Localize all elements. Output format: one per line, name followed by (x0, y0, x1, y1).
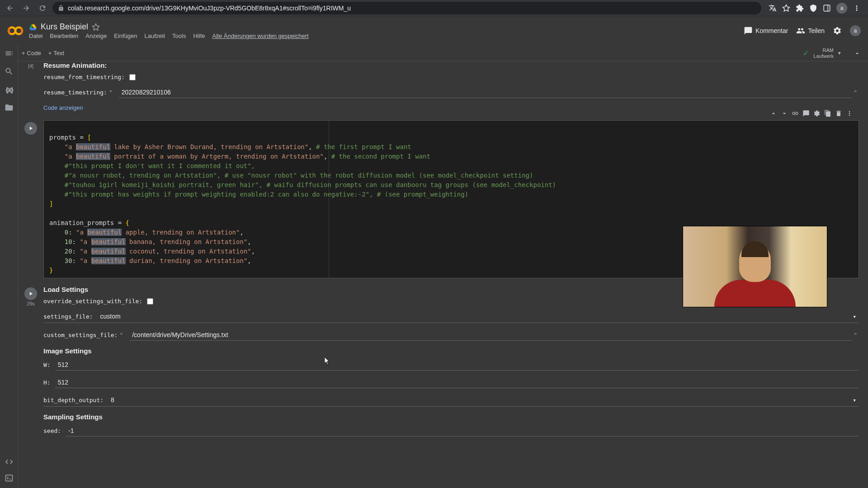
run-button[interactable] (24, 287, 37, 300)
collapse-up-icon[interactable] (854, 50, 861, 57)
colab-header: Kurs Beispiel Datei Bearbeiten Anzeige E… (0, 16, 868, 45)
svg-rect-0 (824, 5, 830, 11)
comment-cell-icon[interactable] (802, 110, 810, 117)
menu-einfuegen[interactable]: Einfügen (114, 33, 137, 39)
w-input[interactable] (55, 359, 859, 371)
folder-icon[interactable] (5, 103, 14, 112)
reload-button[interactable] (36, 2, 49, 14)
cell-resume-animation: [4] Resume Animation: resume_from_timest… (18, 61, 868, 111)
url-bar[interactable]: colab.research.google.com/drive/13G9KHyM… (52, 2, 761, 14)
save-status: Alle Änderungen wurden gespeichert (212, 33, 308, 39)
mirror-cell-icon[interactable] (824, 110, 831, 117)
doc-title[interactable]: Kurs Beispiel (41, 22, 88, 32)
settings-file-label: settings_file: (43, 313, 93, 320)
h-label: H: (43, 379, 51, 386)
webcam-overlay (683, 226, 827, 307)
menu-tools[interactable]: Tools (172, 33, 186, 39)
seed-input[interactable] (66, 425, 859, 436)
variables-icon[interactable]: {x} (5, 85, 14, 94)
left-sidebar: {x} (0, 45, 18, 488)
run-button[interactable] (24, 122, 37, 135)
toolbar: +Code +Text ✓ RAM Laufwerk ▾ (0, 45, 868, 61)
show-code-link[interactable]: Code anzeigen (43, 104, 859, 111)
translate-icon[interactable] (769, 4, 777, 12)
extensions-icon[interactable] (796, 4, 804, 12)
back-button[interactable] (4, 2, 16, 14)
delete-cell-icon[interactable] (835, 110, 842, 117)
link-cell-icon[interactable] (792, 110, 799, 117)
add-code-button[interactable]: +Code (22, 50, 41, 56)
user-avatar[interactable]: a (850, 25, 861, 36)
menu-bar: Datei Bearbeiten Anzeige Einfügen Laufze… (29, 33, 738, 39)
quote-open: " (107, 89, 114, 96)
section-title-resume: Resume Animation: (43, 61, 859, 69)
star-doc-icon[interactable] (92, 23, 100, 31)
override-label: override_settings_with_file: (43, 298, 142, 305)
custom-settings-input[interactable] (129, 329, 852, 341)
svg-rect-5 (5, 475, 12, 481)
quote-close: " (852, 89, 859, 96)
url-text: colab.research.google.com/drive/13G9KHyM… (68, 5, 351, 12)
search-icon[interactable] (5, 67, 14, 76)
settings-file-select[interactable] (98, 311, 853, 322)
chevron-down-icon[interactable]: ▾ (853, 397, 859, 404)
move-down-icon[interactable] (781, 110, 788, 117)
terminal-icon[interactable] (5, 474, 14, 483)
forward-button[interactable] (20, 2, 33, 14)
drive-icon (29, 23, 37, 31)
resume-timestring-label: resume_timestring: (43, 89, 107, 96)
menu-anzeige[interactable]: Anzeige (85, 33, 107, 39)
chevron-down-icon: ▾ (838, 50, 841, 56)
menu-bearbeiten[interactable]: Bearbeiten (50, 33, 78, 39)
browser-bar: colab.research.google.com/drive/13G9KHyM… (0, 0, 868, 16)
code-snippets-icon[interactable] (5, 457, 14, 466)
settings-cell-icon[interactable] (813, 110, 821, 117)
resume-from-label: resume_from_timestring: (43, 74, 125, 80)
star-icon[interactable] (782, 4, 790, 12)
custom-settings-label: custom_settings_file: (43, 332, 118, 338)
more-cell-icon[interactable] (846, 110, 853, 117)
browser-avatar[interactable]: a (836, 3, 847, 14)
menu-datei[interactable]: Datei (29, 33, 42, 39)
resume-timestring-input[interactable] (119, 87, 852, 98)
override-checkbox[interactable] (147, 298, 153, 305)
move-up-icon[interactable] (770, 110, 777, 117)
comment-button[interactable]: Kommentar (744, 26, 788, 35)
toc-icon[interactable] (5, 49, 14, 58)
check-icon: ✓ (803, 49, 809, 57)
doc-title-row: Kurs Beispiel (29, 22, 738, 32)
exec-count: [4] (28, 63, 33, 69)
bit-depth-label: bit_depth_output: (43, 397, 104, 404)
cell-toolbar (766, 108, 857, 119)
menu-hilfe[interactable]: Hilfe (193, 33, 205, 39)
menu-icon[interactable] (853, 4, 861, 12)
chevron-down-icon[interactable]: ▾ (853, 313, 859, 320)
section-title-sampling: Sampling Settings (43, 413, 859, 421)
gear-icon[interactable] (833, 26, 842, 35)
w-label: W: (43, 361, 51, 368)
h-input[interactable] (55, 377, 859, 388)
bit-depth-select[interactable] (108, 394, 853, 405)
exec-time: 29s (27, 301, 35, 306)
seed-label: seed: (43, 427, 61, 434)
section-title-image: Image Settings (43, 347, 859, 355)
cell-load-settings: 29s Load Settings override_settings_with… (18, 286, 868, 436)
svg-text:{x}: {x} (6, 86, 13, 93)
lock-icon (58, 5, 64, 11)
shield-icon[interactable] (809, 4, 817, 12)
share-button[interactable]: Teilen (796, 26, 825, 35)
menu-laufzeit[interactable]: Laufzeit (145, 33, 165, 39)
resume-from-checkbox[interactable] (129, 74, 136, 80)
add-text-button[interactable]: +Text (48, 50, 64, 56)
colab-logo-icon (7, 23, 24, 39)
resources-indicator[interactable]: ✓ RAM Laufwerk ▾ (803, 47, 841, 58)
browser-actions: a (765, 3, 864, 14)
panel-icon[interactable] (823, 4, 831, 12)
